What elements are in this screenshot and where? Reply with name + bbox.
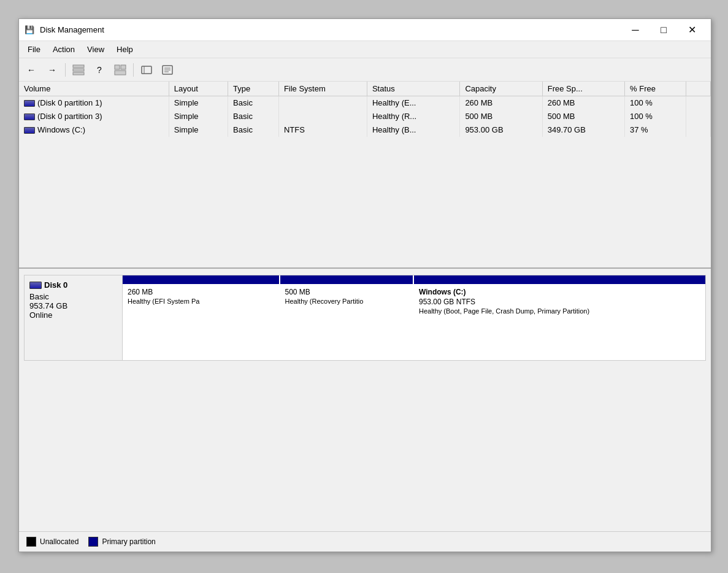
col-volume[interactable]: Volume <box>19 82 169 96</box>
partition-efi[interactable]: 260 MB Healthy (EFI System Pa <box>123 275 280 360</box>
partition-windows-header <box>414 275 705 284</box>
close-button[interactable]: ✕ <box>678 20 706 40</box>
cell-volume: (Disk 0 partition 1) <box>19 96 169 110</box>
partition-recovery[interactable]: 500 MB Healthy (Recovery Partitio <box>280 275 415 360</box>
volume-icon <box>24 100 35 107</box>
cell-extra <box>686 123 711 137</box>
window-title: Disk Management <box>40 25 104 34</box>
cell-status: Healthy (R... <box>367 110 459 123</box>
toolbar: ← → ? <box>19 58 711 82</box>
disk-icon: 💾 <box>24 25 35 36</box>
properties-button[interactable] <box>158 61 177 79</box>
svg-rect-4 <box>121 65 126 69</box>
cell-filesystem <box>278 96 367 110</box>
help-button[interactable]: ? <box>90 61 109 79</box>
svg-rect-6 <box>142 66 151 74</box>
cell-extra <box>686 96 711 110</box>
minimize-button[interactable]: ─ <box>621 20 649 40</box>
col-capacity[interactable]: Capacity <box>460 82 542 96</box>
volume-icon <box>24 113 35 120</box>
partition-efi-desc: Healthy (EFI System Pa <box>128 298 274 305</box>
disk-icon-small <box>29 282 42 289</box>
cell-layout: Simple <box>169 110 228 123</box>
partition-efi-size: 260 MB <box>128 288 274 296</box>
partition-recovery-size: 500 MB <box>285 288 408 296</box>
maximize-button[interactable]: □ <box>649 20 678 40</box>
disk-0-name: Disk 0 <box>29 280 117 290</box>
menu-file[interactable]: File <box>21 42 47 56</box>
forward-button[interactable]: → <box>42 61 62 79</box>
title-bar: 💾 Disk Management ─ □ ✕ <box>19 19 711 41</box>
legend-primary: Primary partition <box>88 537 155 547</box>
svg-rect-0 <box>73 65 84 67</box>
menu-view[interactable]: View <box>81 42 110 56</box>
disk-list-button[interactable] <box>69 61 88 79</box>
cell-type: Basic <box>228 123 279 137</box>
volume-icon <box>24 127 35 134</box>
table-row[interactable]: (Disk 0 partition 3) Simple Basic Health… <box>19 110 711 123</box>
menu-action[interactable]: Action <box>47 42 81 56</box>
table-row[interactable]: Windows (C:) Simple Basic NTFS Healthy (… <box>19 123 711 137</box>
partition-efi-header <box>123 275 279 284</box>
cell-status: Healthy (E... <box>367 96 459 110</box>
menu-bar: File Action View Help <box>19 41 711 58</box>
partition-windows-size: 953.00 GB NTFS <box>419 298 700 306</box>
main-content: Volume Layout Type File System Status Ca… <box>19 82 711 552</box>
cell-percent: 100 % <box>625 110 686 123</box>
col-percent[interactable]: % Free <box>625 82 686 96</box>
col-status[interactable]: Status <box>367 82 459 96</box>
disk-0-row: Disk 0 Basic 953.74 GB Online 260 MB Hea… <box>24 275 706 361</box>
svg-rect-1 <box>73 69 84 71</box>
col-type[interactable]: Type <box>228 82 279 96</box>
cell-type: Basic <box>228 96 279 110</box>
disk-type: Basic <box>29 292 117 301</box>
svg-rect-3 <box>115 65 120 69</box>
cell-layout: Simple <box>169 123 228 137</box>
col-filesystem[interactable]: File System <box>278 82 367 96</box>
volume-table: Volume Layout Type File System Status Ca… <box>19 82 711 137</box>
disk-map-area: Disk 0 Basic 953.74 GB Online 260 MB Hea… <box>19 269 711 552</box>
cell-capacity: 260 MB <box>460 96 542 110</box>
back-button[interactable]: ← <box>21 61 41 79</box>
cell-free: 349.70 GB <box>542 123 624 137</box>
legend-primary-label: Primary partition <box>102 537 155 546</box>
col-free[interactable]: Free Sp... <box>542 82 624 96</box>
cell-free: 500 MB <box>542 110 624 123</box>
legend-bar: Unallocated Primary partition <box>19 531 711 552</box>
legend-unallocated-box <box>26 537 36 547</box>
disk-view-button[interactable] <box>110 61 130 79</box>
svg-rect-5 <box>115 71 126 75</box>
legend-primary-box <box>88 537 98 547</box>
legend-unallocated: Unallocated <box>26 537 79 547</box>
cell-capacity: 500 MB <box>460 110 542 123</box>
partition-windows[interactable]: Windows (C:) 953.00 GB NTFS Healthy (Boo… <box>414 275 705 360</box>
col-layout[interactable]: Layout <box>169 82 228 96</box>
partition-windows-desc: Healthy (Boot, Page File, Crash Dump, Pr… <box>419 307 700 315</box>
svg-rect-2 <box>73 72 84 75</box>
title-bar-left: 💾 Disk Management <box>24 25 104 36</box>
cell-filesystem <box>278 110 367 123</box>
cell-extra <box>686 110 711 123</box>
disk-0-partitions: 260 MB Healthy (EFI System Pa 500 MB Hea… <box>122 275 706 361</box>
disk-status: Online <box>29 310 117 320</box>
toolbar-separator-2 <box>133 63 134 77</box>
partition-recovery-header <box>280 275 413 284</box>
volume-button[interactable] <box>137 61 156 79</box>
disk-size: 953.74 GB <box>29 301 117 310</box>
toolbar-separator-1 <box>65 63 66 77</box>
col-extra <box>686 82 711 96</box>
partition-windows-name: Windows (C:) <box>419 288 700 296</box>
cell-volume: (Disk 0 partition 3) <box>19 110 169 123</box>
cell-filesystem: NTFS <box>278 123 367 137</box>
cell-volume: Windows (C:) <box>19 123 169 137</box>
disk-0-label: Disk 0 Basic 953.74 GB Online <box>24 275 122 361</box>
partition-recovery-desc: Healthy (Recovery Partitio <box>285 298 408 305</box>
cell-layout: Simple <box>169 96 228 110</box>
cell-type: Basic <box>228 110 279 123</box>
table-row[interactable]: (Disk 0 partition 1) Simple Basic Health… <box>19 96 711 110</box>
legend-unallocated-label: Unallocated <box>40 537 79 546</box>
menu-help[interactable]: Help <box>110 42 139 56</box>
cell-percent: 37 % <box>625 123 686 137</box>
cell-percent: 100 % <box>625 96 686 110</box>
window-controls: ─ □ ✕ <box>621 20 706 40</box>
